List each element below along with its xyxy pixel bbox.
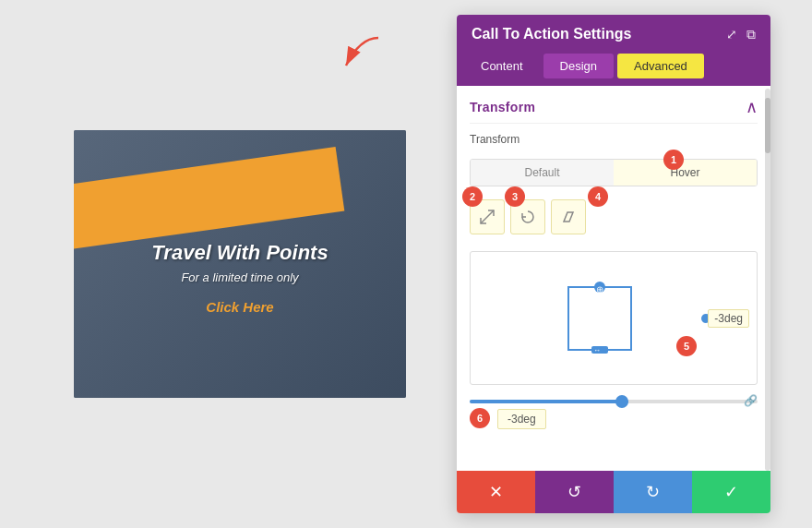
svg-text:⊕: ⊕ [596, 284, 603, 294]
panel-header: Call To Action Settings ⤢ ⧉ [457, 15, 770, 54]
panel-footer: ✕ ↺ ↻ ✓ [457, 471, 770, 513]
svg-marker-2 [564, 212, 573, 222]
arrow-indicator [332, 33, 388, 84]
card-content: Travel With Points For a limited time on… [74, 130, 406, 398]
card-title: Travel With Points [151, 241, 328, 265]
settings-panel: Call To Action Settings ⤢ ⧉ Content Desi… [457, 15, 770, 513]
expand-icon[interactable]: ⤢ [726, 27, 737, 42]
svg-text:↔: ↔ [593, 346, 601, 354]
save-button[interactable]: ✓ [692, 471, 770, 513]
subsection-label: Transform [470, 133, 758, 146]
reset-button[interactable]: ↺ [535, 471, 614, 513]
canvas-handle-top[interactable]: ⊕ [594, 282, 605, 293]
slider-track[interactable] [470, 400, 758, 403]
panel-tabs: Content Design Advanced [457, 54, 770, 86]
badge-1: 1 [663, 150, 684, 170]
header-icons: ⤢ ⧉ [726, 27, 756, 42]
transform-icons-container: 2 3 4 [470, 196, 758, 238]
section-collapse-icon[interactable]: ∧ [746, 97, 758, 117]
transform-canvas: ⊕ ↔ -3deg 5 [470, 251, 758, 385]
scrollbar[interactable] [765, 89, 770, 471]
svg-line-1 [481, 210, 494, 223]
link-icon[interactable]: 🔗 [744, 394, 758, 407]
badge-2: 2 [462, 186, 483, 207]
section-header: Transform ∧ [470, 97, 758, 124]
badge-3: 3 [505, 186, 525, 207]
copy-icon[interactable]: ⧉ [746, 27, 756, 42]
badge-5: 5 [676, 336, 697, 356]
card-cta: Click Here [206, 299, 273, 315]
top-handle-icon: ⊕ [594, 283, 605, 294]
mode-hover-btn[interactable]: Hover [614, 160, 757, 186]
canvas-square[interactable]: ⊕ ↔ [567, 286, 632, 351]
card-subtitle: For a limited time only [181, 270, 298, 284]
slider-area: 🔗 [470, 400, 758, 403]
preview-panel: Travel With Points For a limited time on… [42, 24, 438, 504]
panel-body: Transform ∧ Transform Default Hover 1 [457, 86, 770, 471]
badge-4: 4 [588, 186, 608, 207]
tab-content[interactable]: Content [464, 54, 540, 78]
cancel-button[interactable]: ✕ [457, 471, 535, 513]
slider-fill [470, 400, 628, 403]
slider-value-row: 6 -3deg [470, 407, 758, 429]
canvas-inner: ⊕ ↔ -3deg [471, 252, 757, 384]
skew-icon [560, 209, 577, 225]
canvas-handle-bottom[interactable]: ↔ [591, 346, 608, 354]
mode-toggle[interactable]: Default Hover [470, 159, 758, 186]
section-title: Transform [470, 100, 535, 114]
mode-toggle-container: Default Hover 1 [470, 159, 758, 186]
redo-button[interactable]: ↻ [614, 471, 692, 513]
slider-thumb[interactable] [615, 395, 628, 408]
badge-6: 6 [470, 408, 490, 428]
preview-card: Travel With Points For a limited time on… [74, 130, 406, 398]
skew-icon-btn[interactable] [551, 199, 586, 234]
panel-title: Call To Action Settings [472, 26, 631, 42]
slider-value-display[interactable]: -3deg [497, 409, 546, 429]
slider-container: 🔗 6 -3deg [470, 398, 758, 429]
canvas-value-label: -3deg [708, 309, 749, 328]
rotate-icon [519, 209, 536, 225]
scrollbar-thumb[interactable] [765, 98, 770, 153]
mode-default-btn[interactable]: Default [471, 160, 614, 186]
bottom-handle-icon: ↔ [592, 346, 607, 354]
tab-design[interactable]: Design [543, 54, 614, 78]
tab-advanced[interactable]: Advanced [617, 54, 704, 78]
scale-icon [479, 209, 496, 225]
